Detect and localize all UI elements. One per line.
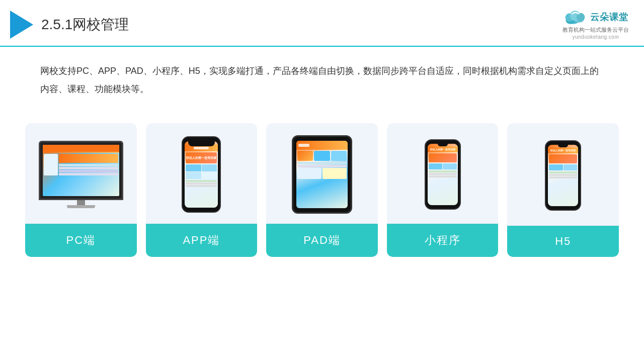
cloud-logo-icon <box>563 9 587 25</box>
card-app: 职达人的第一堂培训课 APP端 <box>146 123 258 257</box>
logo-url: yunduoketang.com <box>573 34 619 40</box>
card-miniprogram-image: 职达人的第一堂培训课 <box>387 123 499 224</box>
description-text: 网校支持PC、APP、PAD、小程序、H5，实现多端打通，产品各终端自由切换，数… <box>0 47 644 108</box>
logo-tagline: 教育机构一站式服务云平台 <box>562 26 629 34</box>
monitor-neck <box>77 200 85 205</box>
title-number: 2.5.1 <box>41 17 72 32</box>
card-miniprogram-label: 小程序 <box>387 224 499 257</box>
phone-notch <box>196 137 207 140</box>
card-h5-label: H5 <box>507 226 619 257</box>
card-pc-label: PC端 <box>25 224 137 257</box>
card-miniprogram: 职达人的第一堂培训课 小程序 <box>387 123 499 257</box>
cards-container: PC端 职达人的第一堂培训课 <box>0 113 644 267</box>
phone-app-mockup: 职达人的第一堂培训课 <box>182 136 221 213</box>
card-h5: 职达人的第一堂培训课 H5 <box>507 123 619 257</box>
page-title: 2.5.1网校管理 <box>41 15 129 34</box>
svg-point-5 <box>577 13 585 22</box>
card-pad-label: PAD端 <box>266 224 378 257</box>
tablet-screen <box>296 141 348 208</box>
card-app-label: APP端 <box>146 224 258 257</box>
phone-mini-mockup: 职达人的第一堂培训课 <box>425 139 461 210</box>
pc-monitor <box>39 141 123 208</box>
card-h5-image: 职达人的第一堂培训课 <box>507 123 619 226</box>
card-pc-image <box>25 123 137 224</box>
phone-mini-screen: 职达人的第一堂培训课 <box>428 144 458 205</box>
logo-text: 云朵课堂 <box>590 11 628 23</box>
play-icon <box>10 11 33 39</box>
monitor-base <box>67 205 95 208</box>
card-app-image: 职达人的第一堂培训课 <box>146 123 258 224</box>
phone-h5-mockup: 职达人的第一堂培训课 <box>545 140 581 211</box>
logo-cloud: 云朵课堂 <box>563 9 628 25</box>
page-header: 2.5.1网校管理 云朵课堂 教育机构一站式服务云平台 yunduoketang… <box>0 0 644 47</box>
phone-app-screen: 职达人的第一堂培训课 <box>185 141 218 208</box>
monitor-outer <box>39 141 123 200</box>
title-text: 网校管理 <box>72 17 129 32</box>
header-left: 2.5.1网校管理 <box>10 11 129 39</box>
monitor-screen <box>43 145 119 196</box>
logo-area: 云朵课堂 教育机构一站式服务云平台 yunduoketang.com <box>562 9 629 40</box>
card-pad: PAD端 <box>266 123 378 257</box>
card-pc: PC端 <box>25 123 137 257</box>
phone-h5-screen: 职达人的第一堂培训课 <box>548 145 578 206</box>
card-pad-image <box>266 123 378 224</box>
tablet-mockup <box>292 135 352 214</box>
